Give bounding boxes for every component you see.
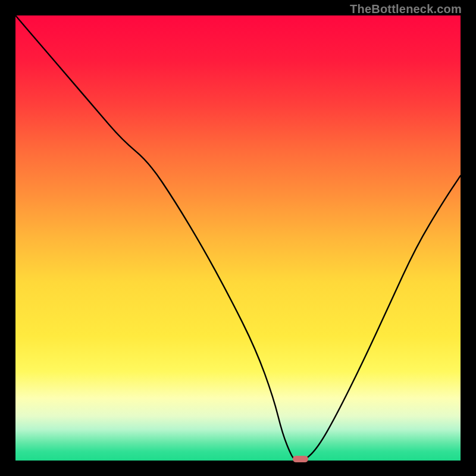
watermark-text: TheBottleneck.com bbox=[350, 2, 462, 16]
chart-frame: TheBottleneck.com bbox=[0, 0, 476, 476]
optimal-marker bbox=[293, 456, 308, 462]
chart-gradient-background bbox=[15, 15, 461, 461]
